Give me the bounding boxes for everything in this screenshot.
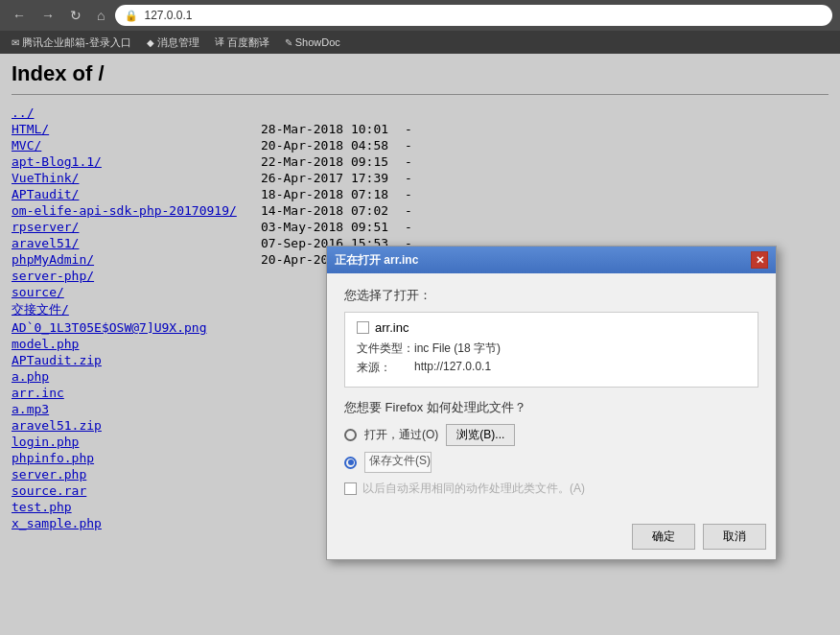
browse-button[interactable]: 浏览(B)... [446,424,515,446]
bookmark-message[interactable]: ◆ 消息管理 [141,34,205,52]
file-source-label: 来源： [357,360,414,376]
file-type-value: inc File (18 字节) [414,341,501,357]
bookmark-tencent[interactable]: ✉ 腾讯企业邮箱-登录入口 [6,34,137,52]
cancel-button[interactable]: 取消 [703,524,766,550]
dialog-close-button[interactable]: ✕ [751,251,768,269]
bookmark-showdoc-label: ShowDoc [295,36,340,48]
save-row: 保存文件(S) [364,452,432,473]
showdoc-icon: ✎ [285,37,292,48]
bookmarks-bar: ✉ 腾讯企业邮箱-登录入口 ◆ 消息管理 译 百度翻译 ✎ ShowDoc [0,31,840,54]
confirm-button[interactable]: 确定 [632,524,695,550]
dialog-body: 您选择了打开： arr.inc 文件类型： inc File (18 字节) 来… [327,273,776,518]
file-info-name-row: arr.inc [357,320,746,335]
dialog-title: 正在打开 arr.inc [335,252,418,269]
address-bar[interactable]: 🔒 127.0.0.1 [115,5,832,26]
file-source-value: http://127.0.0.1 [414,360,491,376]
tencent-icon: ✉ [12,37,19,48]
reload-button[interactable]: ↻ [65,6,86,25]
browser-chrome: ← → ↻ ⌂ 🔒 127.0.0.1 ✉ 腾讯企业邮箱-登录入口 ◆ 消息管理… [0,0,840,54]
open-file-dialog: 正在打开 arr.inc ✕ 您选择了打开： arr.inc 文件类型： inc… [326,246,777,560]
auto-action-checkbox[interactable] [344,482,357,495]
dialog-titlebar: 正在打开 arr.inc ✕ [327,247,776,273]
file-icon-checkbox [357,321,369,334]
open-row: 打开，通过(O) 浏览(B)... [364,424,515,446]
save-file-field: 保存文件(S) [364,452,432,473]
file-type-row: 文件类型： inc File (18 字节) [357,341,746,357]
section1-label: 您选择了打开： [344,287,758,304]
file-info-box: arr.inc 文件类型： inc File (18 字节) 来源： http:… [344,312,758,388]
page-content: Index of / ../ HTML/ 28-Mar-2018 10:01 -… [0,54,840,635]
file-source-row: 来源： http://127.0.0.1 [357,360,746,376]
bookmark-showdoc[interactable]: ✎ ShowDoc [279,35,346,50]
auto-action-row: 以后自动采用相同的动作处理此类文件。(A) [344,481,758,497]
bookmark-message-label: 消息管理 [157,35,199,50]
bookmark-baidu[interactable]: 译 百度翻译 [209,34,275,52]
file-type-label: 文件类型： [357,341,414,357]
back-button[interactable]: ← [8,6,31,25]
forward-button[interactable]: → [36,6,59,25]
file-name-text: arr.inc [375,320,408,335]
baidu-icon: 译 [215,35,224,49]
action-section-label: 您想要 Firefox 如何处理此文件？ [344,399,758,416]
save-option-row: 保存文件(S) [344,452,758,473]
bookmark-baidu-label: 百度翻译 [227,35,269,50]
auto-action-label: 以后自动采用相同的动作处理此类文件。(A) [362,481,585,497]
open-radio[interactable] [344,429,357,441]
open-option-row: 打开，通过(O) 浏览(B)... [344,424,758,446]
lock-icon: 🔒 [125,10,138,22]
save-radio[interactable] [344,457,357,469]
message-icon: ◆ [147,37,154,48]
bookmark-tencent-label: 腾讯企业邮箱-登录入口 [22,35,131,50]
dialog-footer: 确定 取消 [327,518,776,559]
browser-toolbar: ← → ↻ ⌂ 🔒 127.0.0.1 [0,0,840,31]
address-text: 127.0.0.1 [144,9,192,22]
open-option-label: 打开，通过(O) [364,427,438,443]
modal-overlay: 正在打开 arr.inc ✕ 您选择了打开： arr.inc 文件类型： inc… [0,54,840,635]
home-button[interactable]: ⌂ [92,6,109,25]
